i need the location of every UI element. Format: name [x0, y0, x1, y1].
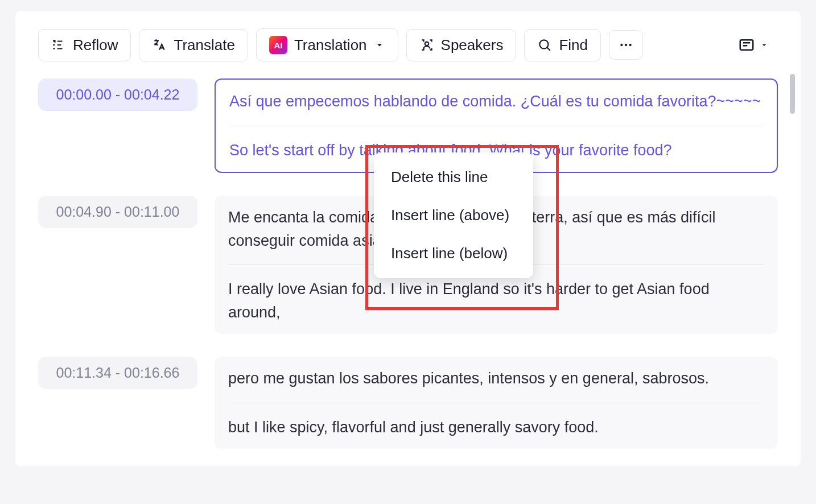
layout-dropdown[interactable] — [729, 30, 778, 60]
transcript-row: 00:11.34 - 00:16.66 pero me gustan los s… — [38, 357, 778, 449]
reflow-label: Reflow — [73, 36, 118, 54]
find-button[interactable]: Find — [524, 29, 601, 61]
menu-insert-below[interactable]: Insert line (below) — [374, 234, 533, 272]
more-button[interactable] — [609, 30, 643, 60]
translate-button[interactable]: Translate — [139, 29, 248, 61]
translation-dropdown[interactable]: AI Translation — [256, 28, 398, 61]
find-label: Find — [559, 36, 588, 54]
translate-label: Translate — [174, 36, 234, 54]
timestamp[interactable]: 00:04.90 - 00:11.00 — [38, 196, 197, 228]
divider — [228, 403, 764, 403]
timestamp[interactable]: 00:11.34 - 00:16.66 — [38, 357, 197, 389]
svg-point-4 — [629, 44, 631, 46]
svg-point-1 — [540, 40, 549, 48]
more-icon — [619, 38, 633, 52]
translation-label: Translation — [294, 36, 367, 54]
scrollbar-thumb[interactable] — [790, 74, 795, 114]
menu-insert-above[interactable]: Insert line (above) — [374, 196, 533, 234]
chevron-down-icon — [374, 39, 385, 51]
timestamp[interactable]: 00:00.00 - 00:04.22 — [38, 79, 197, 111]
toolbar: Reflow Translate AI Translation Speakers — [38, 28, 778, 61]
speakers-label: Speakers — [441, 36, 504, 54]
transcript-content[interactable]: pero me gustan los sabores picantes, int… — [215, 357, 778, 449]
chevron-down-icon — [760, 40, 769, 49]
reflow-button[interactable]: Reflow — [38, 29, 131, 61]
source-text[interactable]: Así que empecemos hablando de comida. ¿C… — [229, 90, 763, 113]
context-menu: Delete this line Insert line (above) Ins… — [374, 152, 533, 278]
source-text[interactable]: pero me gustan los sabores picantes, int… — [228, 367, 764, 390]
svg-point-0 — [425, 42, 428, 46]
search-icon — [537, 38, 552, 52]
speakers-icon — [419, 38, 434, 52]
translate-icon — [152, 38, 167, 52]
svg-point-2 — [620, 44, 623, 46]
ai-icon: AI — [269, 36, 287, 54]
translation-text[interactable]: I really love Asian food. I live in Engl… — [228, 278, 764, 324]
divider — [229, 126, 763, 126]
editor-container: Reflow Translate AI Translation Speakers — [15, 11, 801, 466]
speakers-button[interactable]: Speakers — [406, 29, 517, 61]
transcript-list: 00:00.00 - 00:04.22 Así que empecemos ha… — [38, 79, 778, 449]
svg-point-3 — [625, 44, 627, 46]
layout-icon — [738, 36, 755, 53]
translation-text[interactable]: but I like spicy, flavorful and just gen… — [228, 416, 764, 439]
menu-delete-line[interactable]: Delete this line — [374, 158, 533, 196]
reflow-icon — [51, 38, 66, 52]
